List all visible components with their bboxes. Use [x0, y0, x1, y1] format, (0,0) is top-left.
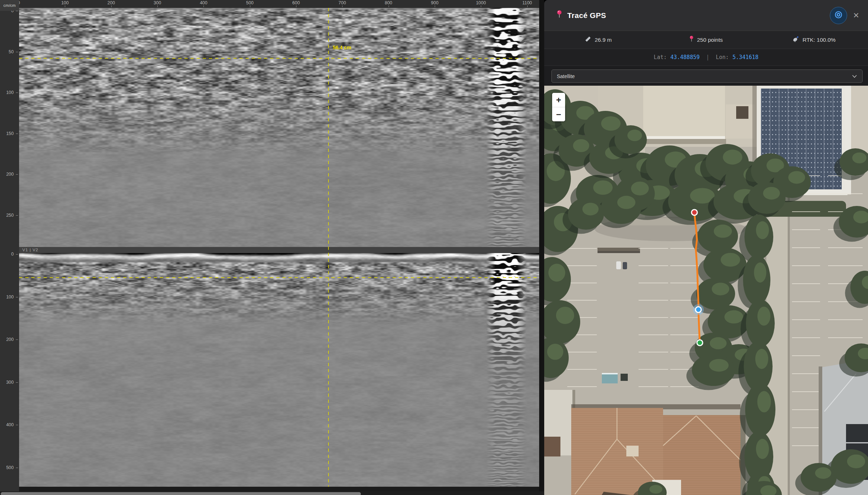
ruler-unit-label: cm/cm [0, 0, 19, 11]
x-tick-label: 900 [431, 0, 439, 5]
lon-value: 5.341618 [733, 54, 759, 60]
map-canvas [544, 86, 868, 495]
map-car [623, 262, 627, 269]
distance-ruler: 010020030040050060070080090010001100 [17, 0, 539, 8]
depth-tick-label: 0 [0, 252, 14, 257]
close-button[interactable]: ✕ [850, 9, 862, 22]
map-building-small [544, 390, 575, 456]
locate-button[interactable] [830, 7, 847, 24]
marker-end[interactable] [697, 340, 703, 346]
x-tick-label: 400 [200, 0, 207, 5]
satellite-icon [792, 36, 799, 44]
stat-rtk-label: RTK: 100.0% [802, 37, 836, 43]
depth-cursor-label: 56.4 cm [333, 45, 351, 50]
depth-tick-label: 100 [0, 90, 14, 95]
depth-tick-label: 500 [0, 465, 14, 470]
radargram-section: 010020030040050060070080090010001100 cm/… [0, 0, 544, 495]
x-tick-label: 500 [246, 0, 254, 5]
map-awning [602, 374, 618, 383]
depth-ruler [0, 0, 19, 495]
chevron-down-icon [852, 73, 857, 79]
gps-trace-panel: Tracé GPS ✕ [544, 0, 868, 495]
stat-distance: 26.9 m [544, 36, 652, 44]
depth-tick-label: 50 [0, 49, 14, 54]
marker-current[interactable] [695, 307, 701, 312]
lon-label: Lon: [716, 54, 729, 60]
radargram-panel-2[interactable] [19, 253, 539, 487]
app-window: 010020030040050060070080090010001100 cm/… [0, 0, 868, 495]
stat-rtk: RTK: 100.0% [760, 36, 868, 44]
stat-points-label: 250 points [697, 37, 723, 43]
gps-stats-bar: 26.9 m 250 points [544, 31, 868, 49]
x-tick-label: 200 [107, 0, 115, 5]
depth-tick-label: 400 [0, 422, 14, 427]
horizontal-scrollbar[interactable] [0, 491, 544, 495]
horizontal-scrollbar-thumb[interactable] [1, 492, 361, 495]
stat-distance-label: 26.9 m [595, 37, 612, 43]
depth-tick-label: 300 [0, 380, 14, 385]
radargram-panel-1[interactable] [19, 8, 539, 247]
cursor-depth-line-panel2 [19, 277, 539, 278]
cursor-depth-line-panel1 [19, 58, 539, 59]
gps-coordinates-bar: Lat: 43.488859 | Lon: 5.341618 [544, 49, 868, 66]
locate-icon [834, 10, 843, 21]
x-tick-label: 700 [339, 0, 346, 5]
zoom-in-button[interactable]: + [552, 93, 565, 107]
profile-views-label: V1 | V2 [19, 247, 539, 253]
x-tick-label: 1000 [476, 0, 486, 5]
basemap-select[interactable]: Satellite [551, 69, 863, 83]
depth-tick-label: 200 [0, 172, 14, 177]
basemap-select-row: Satellite [544, 66, 868, 86]
map-terracotta-building [571, 404, 746, 495]
coord-separator: | [703, 54, 712, 60]
satellite-map[interactable]: + − [544, 86, 868, 495]
cursor-vertical-line [328, 8, 329, 487]
map-zoom-control: + − [552, 93, 565, 121]
zoom-out-button[interactable]: − [552, 107, 565, 121]
x-tick-label: 1100 [522, 0, 532, 5]
gps-panel-header: Tracé GPS ✕ [544, 0, 868, 31]
pin-icon [689, 36, 694, 44]
lat-value: 43.488859 [670, 54, 699, 60]
x-tick-label: 100 [61, 0, 69, 5]
pin-icon [556, 10, 562, 21]
basemap-select-value: Satellite [557, 73, 575, 79]
map-wall [598, 248, 640, 251]
x-tick-label: 800 [385, 0, 392, 5]
depth-tick-label: 100 [0, 294, 14, 300]
depth-tick-label: 200 [0, 337, 14, 342]
depth-tick-label: 150 [0, 131, 14, 136]
marker-start[interactable] [692, 210, 697, 215]
ruler-icon [585, 36, 591, 44]
lat-label: Lat: [654, 54, 667, 60]
depth-tick-label: 250 [0, 213, 14, 218]
x-tick-label: 300 [154, 0, 161, 5]
map-car [616, 261, 621, 269]
panel-title: Tracé GPS [567, 0, 606, 31]
x-tick-label: 600 [292, 0, 300, 5]
stat-points: 250 points [652, 36, 760, 44]
